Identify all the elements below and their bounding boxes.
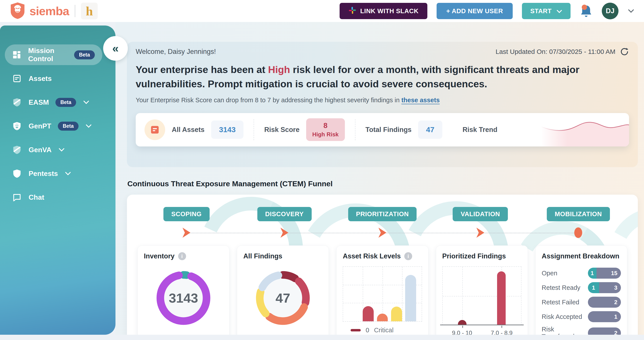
chart-legend: 0Critical2High1Moderate2Low: [343, 326, 422, 335]
funnel-stage-scoping: SCOPING: [138, 207, 235, 221]
assignment-row: Risk Accepted1: [542, 311, 621, 322]
sidebar-item-genpt[interactable]: GenPTBeta: [0, 116, 102, 136]
assignment-row-label: Retest Ready: [542, 284, 588, 292]
sidebar-item-chat[interactable]: Chat: [0, 187, 102, 208]
shield-icon: [12, 168, 22, 178]
grid-line: [382, 267, 383, 321]
assets-icon: [12, 74, 22, 84]
asset-risk-bar-chart: [343, 266, 422, 322]
funnel-stage-validation: VALIDATION: [431, 207, 529, 221]
total-findings-label: Total Findings: [366, 126, 412, 134]
card-title-row: Inventoryi: [144, 252, 223, 260]
assignment-row-bar[interactable]: 1: [588, 311, 621, 322]
card-title: Asset Risk Levels: [343, 252, 401, 260]
risk-trend-label: Risk Trend: [462, 126, 498, 134]
assignment-row: Retest Failed2: [542, 297, 621, 308]
svg-text:47: 47: [276, 291, 290, 306]
start-button[interactable]: START: [522, 3, 570, 19]
assignment-row-label: Retest Failed: [542, 299, 588, 306]
sidebar-item-label: EASM: [28, 98, 49, 106]
funnel-stage-discovery: DISCOVERY: [235, 207, 333, 221]
risk-level-bar[interactable]: [391, 306, 402, 321]
card-title: Prioritized Findings: [442, 252, 506, 260]
sidebar: « Mission ControlBetaAssetsEASMBetaGenPT…: [0, 26, 116, 335]
risk-level-highlight: High: [268, 64, 290, 75]
legend-color-dash: [350, 329, 361, 332]
funnel-stage-arrow-marker: [476, 228, 484, 238]
x-axis-label: 7.0 - 8.9: [482, 330, 522, 335]
sidebar-item-mission-control[interactable]: Mission ControlBeta: [5, 44, 102, 65]
all-assets-label: All Assets: [172, 126, 204, 134]
assignment-row-label: Risk Transferred: [542, 326, 588, 335]
card-title: Assignment Breakdown: [542, 252, 619, 260]
sidebar-collapse-button[interactable]: «: [103, 36, 128, 61]
risk-level-bar[interactable]: [363, 306, 374, 321]
x-axis-label: 9.0 - 10: [442, 330, 482, 335]
assignment-rows: Open115Retest Ready13Retest Failed2Risk …: [542, 268, 621, 335]
link-with-slack-button[interactable]: LINK WITH SLACK: [340, 3, 427, 19]
all-assets-value[interactable]: 3143: [211, 120, 244, 139]
funnel-stage-pill[interactable]: VALIDATION: [453, 207, 508, 221]
unassigned-segment: 2: [588, 328, 621, 335]
info-icon[interactable]: i: [404, 252, 412, 260]
these-assets-link[interactable]: these assets: [402, 96, 440, 104]
main-content: Welcome, Daisy Jennings! Last Updated On…: [116, 22, 644, 335]
chevron-down-icon[interactable]: [65, 172, 71, 176]
grid-line: [402, 267, 402, 321]
funnel-stage-pill[interactable]: PRIORITIZATION: [348, 207, 417, 221]
user-avatar[interactable]: DJ: [602, 3, 618, 19]
chevron-down-icon: [556, 8, 562, 15]
sidebar-item-label: Assets: [28, 74, 52, 83]
chat-icon: [12, 192, 22, 202]
ctem-funnel-title: Continuous Threat Exposure Management (C…: [127, 180, 638, 188]
funnel-stage-pill[interactable]: SCOPING: [164, 207, 210, 221]
grid-line: [443, 296, 521, 296]
assignment-row-label: Risk Accepted: [542, 313, 588, 320]
add-new-user-button[interactable]: + ADD NEW USER: [436, 3, 513, 19]
total-findings-value[interactable]: 47: [418, 120, 442, 139]
assignment-row-bar[interactable]: 13: [588, 282, 621, 293]
funnel-stage-pill[interactable]: MOBILIZATION: [547, 207, 610, 221]
last-updated-text: Last Updated On: 07/30/2025 - 11:00 AM: [496, 48, 616, 56]
assignment-row-bar[interactable]: 115: [588, 268, 621, 279]
slack-icon: [348, 6, 356, 16]
funnel-stages: SCOPINGDISCOVERYPRIORITIZATIONVALIDATION…: [138, 207, 627, 221]
add-new-user-label: + ADD NEW USER: [446, 8, 503, 15]
assigned-segment: 1: [588, 268, 596, 279]
axis-tick: [502, 326, 502, 328]
account-menu-chevron-icon[interactable]: [628, 9, 634, 13]
assignment-row: Open115: [542, 268, 621, 279]
dashboard-icon: [12, 50, 22, 60]
logo-divider: [75, 5, 75, 17]
donut-chart-inventory: 3143: [144, 265, 223, 331]
sidebar-item-easm[interactable]: EASMBeta: [0, 92, 102, 112]
info-icon[interactable]: i: [178, 252, 186, 260]
link-with-slack-label: LINK WITH SLACK: [360, 8, 418, 15]
risk-score-value[interactable]: 8 High Risk: [306, 118, 345, 141]
risk-score-label: Risk Score: [264, 126, 299, 134]
sidebar-item-assets[interactable]: Assets: [0, 68, 102, 89]
assignment-row-bar[interactable]: 2: [588, 328, 621, 335]
score-bar[interactable]: [497, 272, 506, 325]
chevron-down-icon[interactable]: [86, 124, 92, 128]
funnel-stage-pill[interactable]: DISCOVERY: [257, 207, 312, 221]
x-axis-labels: 9.0 - 107.0 - 8.9: [442, 330, 522, 335]
partner-logo: h: [81, 3, 98, 19]
chevron-down-icon[interactable]: [83, 100, 89, 104]
funnel-marker-col: [530, 221, 627, 244]
chevron-down-icon[interactable]: [58, 148, 65, 152]
unassigned-segment: 3: [599, 282, 621, 293]
funnel-stage-arrow-marker: [280, 228, 288, 238]
siemba-logo: siemba: [10, 2, 69, 20]
funnel-cards: Inventoryi314321Manually Scoped3122Scope…: [138, 246, 627, 335]
shield-slash-icon: [12, 145, 22, 155]
risk-level-bar[interactable]: [405, 275, 416, 321]
sidebar-nav: Mission ControlBetaAssetsEASMBetaGenPTBe…: [0, 44, 116, 208]
sidebar-item-pentests[interactable]: Pentests: [0, 163, 102, 184]
sidebar-item-genva[interactable]: GenVA: [0, 140, 102, 160]
refresh-icon[interactable]: [620, 47, 629, 56]
assignment-row-bar[interactable]: 2: [588, 297, 621, 308]
notifications-bell-icon[interactable]: [580, 4, 592, 18]
risk-message-pre: Your enterprise has been at: [136, 64, 268, 75]
risk-level-bar[interactable]: [377, 314, 388, 321]
